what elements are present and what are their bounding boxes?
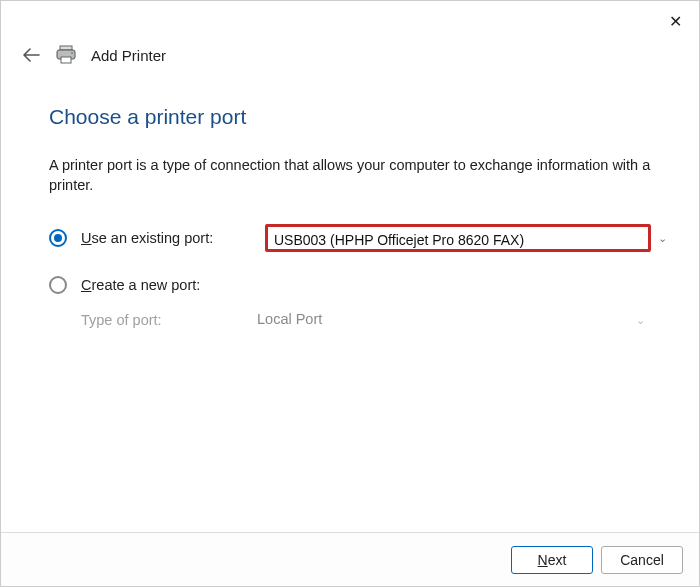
port-type-row: Type of port: Local Port ⌄	[81, 306, 651, 334]
option-existing-port: Use an existing port: USB003 (HPHP Offic…	[49, 224, 651, 252]
wizard-title: Add Printer	[91, 47, 166, 64]
close-icon[interactable]: ✕	[661, 7, 689, 35]
radio-existing-port[interactable]	[49, 229, 67, 247]
content-area: Choose a printer port A printer port is …	[1, 83, 699, 532]
back-arrow-icon[interactable]	[21, 45, 41, 65]
chevron-down-icon: ⌄	[658, 231, 667, 244]
svg-rect-0	[60, 46, 72, 50]
option-create-port: Create a new port:	[49, 276, 651, 294]
port-type-label: Type of port:	[81, 312, 237, 328]
radio-create-port[interactable]	[49, 276, 67, 294]
svg-point-3	[71, 52, 73, 54]
cancel-button[interactable]: Cancel	[601, 546, 683, 574]
page-heading: Choose a printer port	[49, 105, 651, 129]
label-create-port[interactable]: Create a new port:	[81, 277, 251, 293]
port-type-select: Local Port ⌄	[251, 306, 651, 334]
existing-port-value[interactable]: USB003 (HPHP Officejet Pro 8620 FAX)	[265, 224, 651, 252]
printer-icon	[55, 45, 77, 65]
label-existing-port[interactable]: Use an existing port:	[81, 230, 251, 246]
next-button[interactable]: Next	[511, 546, 593, 574]
page-description: A printer port is a type of connection t…	[49, 155, 651, 196]
existing-port-select[interactable]: USB003 (HPHP Officejet Pro 8620 FAX) ⌄	[265, 224, 651, 252]
chevron-down-icon: ⌄	[636, 307, 645, 333]
port-type-value: Local Port	[257, 311, 322, 327]
wizard-header: Add Printer	[1, 41, 699, 83]
footer-bar: Next Cancel	[1, 532, 699, 586]
title-bar: ✕	[1, 1, 699, 41]
svg-rect-2	[61, 57, 71, 63]
